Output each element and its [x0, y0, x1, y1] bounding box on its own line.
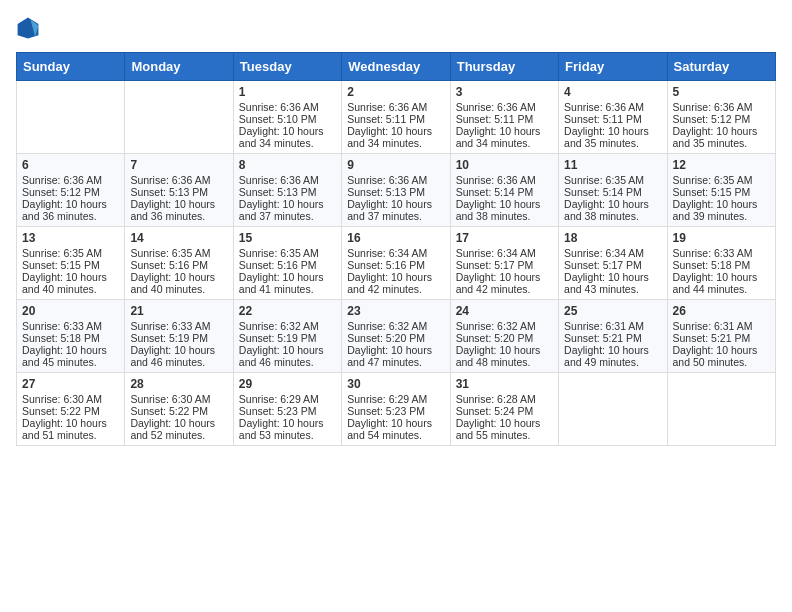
- sunrise-text: Sunrise: 6:33 AM: [22, 320, 119, 332]
- calendar-cell: 30Sunrise: 6:29 AMSunset: 5:23 PMDayligh…: [342, 373, 450, 446]
- sunset-text: Sunset: 5:12 PM: [22, 186, 119, 198]
- sunrise-text: Sunrise: 6:31 AM: [673, 320, 770, 332]
- day-number: 1: [239, 85, 336, 99]
- sunset-text: Sunset: 5:11 PM: [564, 113, 661, 125]
- sunrise-text: Sunrise: 6:36 AM: [564, 101, 661, 113]
- calendar-cell: [667, 373, 775, 446]
- sunset-text: Sunset: 5:17 PM: [564, 259, 661, 271]
- calendar-cell: 6Sunrise: 6:36 AMSunset: 5:12 PMDaylight…: [17, 154, 125, 227]
- calendar-cell: 21Sunrise: 6:33 AMSunset: 5:19 PMDayligh…: [125, 300, 233, 373]
- calendar-cell: 11Sunrise: 6:35 AMSunset: 5:14 PMDayligh…: [559, 154, 667, 227]
- day-number: 23: [347, 304, 444, 318]
- daylight-text: Daylight: 10 hours and 38 minutes.: [456, 198, 553, 222]
- day-number: 27: [22, 377, 119, 391]
- daylight-text: Daylight: 10 hours and 47 minutes.: [347, 344, 444, 368]
- daylight-text: Daylight: 10 hours and 49 minutes.: [564, 344, 661, 368]
- daylight-text: Daylight: 10 hours and 43 minutes.: [564, 271, 661, 295]
- day-number: 2: [347, 85, 444, 99]
- page-header: [16, 16, 776, 40]
- logo: [16, 16, 44, 40]
- sunrise-text: Sunrise: 6:35 AM: [22, 247, 119, 259]
- sunrise-text: Sunrise: 6:36 AM: [456, 101, 553, 113]
- daylight-text: Daylight: 10 hours and 42 minutes.: [347, 271, 444, 295]
- calendar-cell: 24Sunrise: 6:32 AMSunset: 5:20 PMDayligh…: [450, 300, 558, 373]
- day-number: 5: [673, 85, 770, 99]
- sunrise-text: Sunrise: 6:32 AM: [456, 320, 553, 332]
- sunrise-text: Sunrise: 6:32 AM: [347, 320, 444, 332]
- calendar-cell: [17, 81, 125, 154]
- calendar-cell: 15Sunrise: 6:35 AMSunset: 5:16 PMDayligh…: [233, 227, 341, 300]
- calendar-week-2: 6Sunrise: 6:36 AMSunset: 5:12 PMDaylight…: [17, 154, 776, 227]
- sunset-text: Sunset: 5:23 PM: [347, 405, 444, 417]
- calendar-cell: 17Sunrise: 6:34 AMSunset: 5:17 PMDayligh…: [450, 227, 558, 300]
- sunrise-text: Sunrise: 6:32 AM: [239, 320, 336, 332]
- sunset-text: Sunset: 5:11 PM: [347, 113, 444, 125]
- day-number: 30: [347, 377, 444, 391]
- day-number: 12: [673, 158, 770, 172]
- sunset-text: Sunset: 5:16 PM: [347, 259, 444, 271]
- calendar-cell: 28Sunrise: 6:30 AMSunset: 5:22 PMDayligh…: [125, 373, 233, 446]
- calendar-cell: 2Sunrise: 6:36 AMSunset: 5:11 PMDaylight…: [342, 81, 450, 154]
- sunset-text: Sunset: 5:22 PM: [22, 405, 119, 417]
- sunrise-text: Sunrise: 6:36 AM: [347, 101, 444, 113]
- sunset-text: Sunset: 5:24 PM: [456, 405, 553, 417]
- sunrise-text: Sunrise: 6:36 AM: [239, 101, 336, 113]
- sunset-text: Sunset: 5:21 PM: [564, 332, 661, 344]
- sunset-text: Sunset: 5:16 PM: [239, 259, 336, 271]
- sunset-text: Sunset: 5:18 PM: [22, 332, 119, 344]
- daylight-text: Daylight: 10 hours and 46 minutes.: [239, 344, 336, 368]
- day-number: 13: [22, 231, 119, 245]
- daylight-text: Daylight: 10 hours and 39 minutes.: [673, 198, 770, 222]
- calendar-cell: [125, 81, 233, 154]
- daylight-text: Daylight: 10 hours and 40 minutes.: [22, 271, 119, 295]
- sunrise-text: Sunrise: 6:29 AM: [347, 393, 444, 405]
- day-number: 4: [564, 85, 661, 99]
- sunset-text: Sunset: 5:23 PM: [239, 405, 336, 417]
- calendar-cell: 20Sunrise: 6:33 AMSunset: 5:18 PMDayligh…: [17, 300, 125, 373]
- calendar-cell: 23Sunrise: 6:32 AMSunset: 5:20 PMDayligh…: [342, 300, 450, 373]
- daylight-text: Daylight: 10 hours and 37 minutes.: [239, 198, 336, 222]
- calendar-week-3: 13Sunrise: 6:35 AMSunset: 5:15 PMDayligh…: [17, 227, 776, 300]
- sunset-text: Sunset: 5:17 PM: [456, 259, 553, 271]
- calendar-cell: 18Sunrise: 6:34 AMSunset: 5:17 PMDayligh…: [559, 227, 667, 300]
- sunset-text: Sunset: 5:15 PM: [673, 186, 770, 198]
- day-number: 31: [456, 377, 553, 391]
- daylight-text: Daylight: 10 hours and 36 minutes.: [22, 198, 119, 222]
- calendar-cell: 25Sunrise: 6:31 AMSunset: 5:21 PMDayligh…: [559, 300, 667, 373]
- day-number: 10: [456, 158, 553, 172]
- day-number: 15: [239, 231, 336, 245]
- sunrise-text: Sunrise: 6:36 AM: [22, 174, 119, 186]
- calendar-cell: 13Sunrise: 6:35 AMSunset: 5:15 PMDayligh…: [17, 227, 125, 300]
- day-number: 3: [456, 85, 553, 99]
- day-number: 24: [456, 304, 553, 318]
- day-number: 20: [22, 304, 119, 318]
- daylight-text: Daylight: 10 hours and 34 minutes.: [456, 125, 553, 149]
- daylight-text: Daylight: 10 hours and 45 minutes.: [22, 344, 119, 368]
- day-number: 9: [347, 158, 444, 172]
- calendar-cell: 16Sunrise: 6:34 AMSunset: 5:16 PMDayligh…: [342, 227, 450, 300]
- day-number: 11: [564, 158, 661, 172]
- sunrise-text: Sunrise: 6:31 AM: [564, 320, 661, 332]
- sunrise-text: Sunrise: 6:36 AM: [456, 174, 553, 186]
- sunset-text: Sunset: 5:13 PM: [130, 186, 227, 198]
- weekday-header-monday: Monday: [125, 53, 233, 81]
- sunset-text: Sunset: 5:20 PM: [347, 332, 444, 344]
- sunrise-text: Sunrise: 6:33 AM: [673, 247, 770, 259]
- calendar-cell: 22Sunrise: 6:32 AMSunset: 5:19 PMDayligh…: [233, 300, 341, 373]
- day-number: 28: [130, 377, 227, 391]
- daylight-text: Daylight: 10 hours and 53 minutes.: [239, 417, 336, 441]
- calendar-cell: 5Sunrise: 6:36 AMSunset: 5:12 PMDaylight…: [667, 81, 775, 154]
- weekday-header-thursday: Thursday: [450, 53, 558, 81]
- calendar-body: 1Sunrise: 6:36 AMSunset: 5:10 PMDaylight…: [17, 81, 776, 446]
- calendar-week-4: 20Sunrise: 6:33 AMSunset: 5:18 PMDayligh…: [17, 300, 776, 373]
- calendar-cell: 8Sunrise: 6:36 AMSunset: 5:13 PMDaylight…: [233, 154, 341, 227]
- sunrise-text: Sunrise: 6:34 AM: [564, 247, 661, 259]
- weekday-header-saturday: Saturday: [667, 53, 775, 81]
- sunrise-text: Sunrise: 6:36 AM: [347, 174, 444, 186]
- sunset-text: Sunset: 5:19 PM: [239, 332, 336, 344]
- calendar-cell: 7Sunrise: 6:36 AMSunset: 5:13 PMDaylight…: [125, 154, 233, 227]
- sunset-text: Sunset: 5:18 PM: [673, 259, 770, 271]
- sunrise-text: Sunrise: 6:30 AM: [130, 393, 227, 405]
- sunset-text: Sunset: 5:10 PM: [239, 113, 336, 125]
- daylight-text: Daylight: 10 hours and 41 minutes.: [239, 271, 336, 295]
